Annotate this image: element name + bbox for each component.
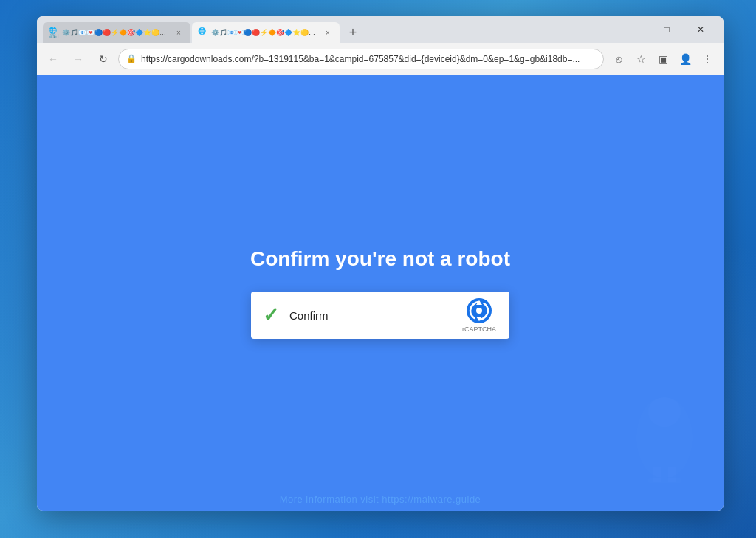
tab-2-close-button[interactable]: × [322,27,334,38]
refresh-button[interactable]: ↻ [93,49,114,69]
captcha-logo: rCAPTCHA [461,297,498,334]
tab-1-title: ⚙️🎵📧💌🔵🔴⚡🔶🎯🔷⭐🟡🌟💫✨🔸🔹🔺🔻 [62,29,170,36]
title-bar: 🌐⚙️🎵📧🔵🔴💙🟡⭐🔶🎯🔷 ⚙️🎵📧💌🔵🔴⚡🔶🎯🔷⭐🟡🌟💫✨🔸🔹🔺🔻 × 🌐 ⚙… [37,16,724,43]
svg-point-5 [648,397,681,427]
tab-strip: 🌐⚙️🎵📧🔵🔴💙🟡⭐🔶🎯🔷 ⚙️🎵📧💌🔵🔴⚡🔶🎯🔷⭐🟡🌟💫✨🔸🔹🔺🔻 × 🌐 ⚙… [43,16,616,43]
captcha-checkmark-icon: ✓ [263,304,279,327]
forward-button[interactable]: → [68,49,89,69]
bottom-watermark-text: More information visit https://malware.g… [37,494,724,505]
new-tab-button[interactable]: + [343,22,363,43]
address-bar: ← → ↻ 🔒 https://cargodownloads.com/?b=13… [37,43,724,75]
share-icon-button[interactable]: ⎋ [608,49,629,69]
captcha-widget[interactable]: ✓ Confirm rCAPTCHA [251,292,509,339]
captcha-logo-text: rCAPTCHA [462,325,496,333]
tab-1-close-button[interactable]: × [173,27,185,38]
window-controls: — □ ✕ [616,16,718,43]
captcha-label: Confirm [289,309,450,322]
page-content: Confirm you're not a robot ✓ Confirm rCA… [37,75,724,511]
back-button[interactable]: ← [43,49,63,69]
tab-2-favicon: 🌐 [198,27,208,38]
tab-2-title: ⚙️🎵📧💌🔵🔴⚡🔶🎯🔷⭐🟡🌟💫✨🔸🔹 [211,29,319,36]
reader-icon-button[interactable]: ▣ [653,49,673,69]
browser-tab-2[interactable]: 🌐 ⚙️🎵📧💌🔵🔴⚡🔶🎯🔷⭐🟡🌟💫✨🔸🔹 × [192,22,340,43]
browser-tab-1[interactable]: 🌐⚙️🎵📧🔵🔴💙🟡⭐🔶🎯🔷 ⚙️🎵📧💌🔵🔴⚡🔶🎯🔷⭐🟡🌟💫✨🔸🔹🔺🔻 × [43,22,190,43]
svg-rect-8 [648,478,681,483]
close-button[interactable]: ✕ [684,16,718,43]
tab-1-favicon: 🌐⚙️🎵📧🔵🔴💙🟡⭐🔶🎯🔷 [49,27,59,38]
lock-icon: 🔒 [126,54,137,63]
menu-icon-button[interactable]: ⋮ [697,49,718,69]
page-heading: Confirm you're not a robot [250,247,510,271]
url-text: https://cargodownloads.com/?b=1319115&ba… [141,54,596,64]
desktop-watermark [620,397,709,489]
minimize-button[interactable]: — [616,16,650,43]
rcaptcha-logo-icon [466,297,492,324]
address-input[interactable]: 🔒 https://cargodownloads.com/?b=1319115&… [118,49,604,69]
address-bar-actions: ⎋ ☆ ▣ 👤 ⋮ [608,49,718,69]
favorite-icon-button[interactable]: ☆ [630,49,651,69]
account-icon-button[interactable]: 👤 [675,49,695,69]
browser-window: 🌐⚙️🎵📧🔵🔴💙🟡⭐🔶🎯🔷 ⚙️🎵📧💌🔵🔴⚡🔶🎯🔷⭐🟡🌟💫✨🔸🔹🔺🔻 × 🌐 ⚙… [37,16,724,511]
maximize-button[interactable]: □ [650,16,684,43]
svg-point-3 [476,308,482,314]
